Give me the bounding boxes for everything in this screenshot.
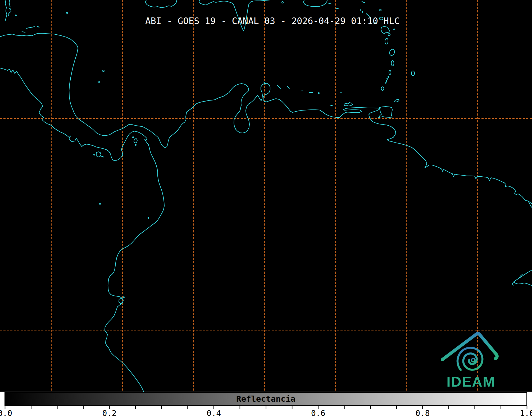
coastline (303, 0, 327, 7)
colorbar: 0.00.20.40.60.81.0 Reflectancia (0, 392, 532, 417)
island (22, 32, 25, 32)
islet (94, 154, 95, 155)
island (385, 38, 388, 44)
colorbar-ticks (5, 406, 527, 409)
islet (135, 144, 136, 145)
islet (386, 80, 387, 81)
colorbar-tick-label: 0.0 (0, 409, 12, 417)
coastline (344, 103, 353, 106)
island (288, 86, 289, 89)
islet (133, 137, 134, 138)
islet (388, 76, 389, 77)
island (329, 3, 331, 4)
island (278, 85, 280, 88)
island (411, 71, 415, 76)
coastline (379, 107, 392, 118)
island (330, 105, 333, 106)
image-title: ABI - GOES 19 - CANAL 03 - 2026-04-29 01… (145, 16, 400, 26)
islet (362, 11, 363, 12)
map-canvas: ABI - GOES 19 - CANAL 03 - 2026-04-29 01… (0, 0, 532, 392)
colorbar-tick-label: 0.4 (207, 409, 221, 417)
satellite-map: ABI - GOES 19 - CANAL 03 - 2026-04-29 01… (0, 0, 532, 392)
islet (123, 297, 124, 298)
colorbar-tick-label: 0.8 (415, 409, 430, 417)
ideam-spiral-icon (458, 348, 483, 370)
coastline (134, 139, 137, 143)
islet (282, 2, 283, 3)
coastline (512, 282, 514, 285)
islet (103, 70, 104, 72)
island (362, 2, 365, 3)
islet (387, 78, 388, 79)
islet (341, 92, 342, 93)
islet (15, 15, 16, 16)
coastline (381, 26, 389, 34)
island (26, 27, 34, 28)
island (10, 4, 10, 7)
ideam-logo: IDEAM (442, 333, 497, 389)
islet (380, 9, 381, 11)
islet (66, 12, 68, 14)
coastline (9, 1, 10, 4)
coastline (96, 152, 101, 157)
colorbar-label: Reflectancia (236, 394, 295, 404)
colorbar-tick-label: 0.2 (102, 409, 117, 417)
islet (99, 203, 101, 204)
island (389, 70, 391, 75)
island (336, 8, 339, 9)
island (102, 156, 104, 157)
coastlines (0, 0, 532, 392)
coastline (514, 270, 532, 286)
satellite-image-page: ABI - GOES 19 - CANAL 03 - 2026-04-29 01… (0, 0, 532, 417)
island (394, 99, 399, 103)
ideam-spiral-eye (472, 359, 475, 362)
coastline (528, 201, 532, 208)
coastline (145, 0, 177, 8)
islet (148, 217, 149, 218)
island (37, 26, 39, 27)
ideam-logo-text: IDEAM (447, 374, 495, 389)
coastline (0, 68, 164, 392)
coastline (8, 8, 11, 16)
island (391, 61, 394, 66)
islet (98, 81, 99, 83)
colorbar-tick-label: 0.6 (311, 409, 325, 417)
islet (302, 90, 303, 91)
island (389, 49, 395, 56)
island (381, 87, 384, 90)
islet (318, 93, 319, 94)
graticule-grid (0, 0, 532, 392)
islet (360, 9, 361, 10)
coastline (5, 0, 7, 21)
islet (385, 82, 386, 83)
colorbar-tick-label: 1.0 (520, 409, 532, 417)
islet (394, 29, 395, 30)
island (388, 34, 390, 36)
ideam-mountain-icon (442, 333, 497, 360)
